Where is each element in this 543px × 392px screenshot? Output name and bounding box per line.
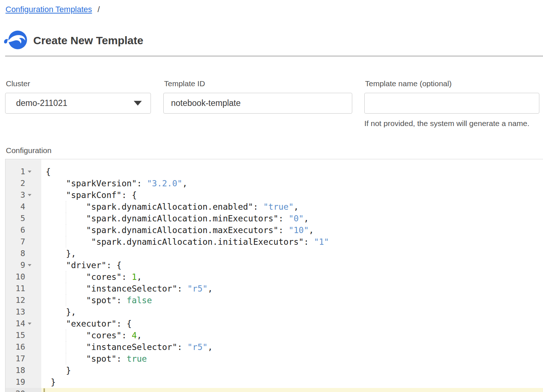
editor-line: 8 }, (5, 248, 543, 259)
editor-line: 17 "spot": true (5, 353, 543, 365)
indent-guide (66, 213, 66, 224)
editor-lines: 1{2 "sparkVersion": "3.2.0",3 "sparkConf… (5, 166, 543, 392)
editor-line: 14 "executor": { (5, 318, 543, 330)
editor-line: 20 (5, 388, 543, 392)
line-number: 18 (5, 365, 41, 376)
line-number: 15 (5, 330, 41, 341)
editor-line: 11 "instanceSelector": "r5", (5, 283, 543, 294)
code-line[interactable]: "spot": false (41, 294, 543, 306)
code-line[interactable]: "executor": { (41, 318, 543, 330)
text-cursor (43, 388, 45, 392)
fold-arrow-icon[interactable] (28, 264, 31, 266)
line-number: 7 (5, 236, 41, 248)
code-line[interactable]: "cores": 1, (41, 271, 543, 283)
template-id-input[interactable] (163, 93, 352, 114)
code-line[interactable]: "spark.dynamicAllocation.initialExecutor… (41, 236, 543, 248)
line-number: 8 (5, 248, 41, 259)
indent-guide (66, 330, 66, 341)
editor-line: 9 "driver": { (5, 259, 543, 271)
code-line[interactable]: } (41, 365, 543, 376)
cluster-field: Cluster demo-211021 (5, 79, 151, 114)
line-number: 11 (5, 283, 41, 294)
code-line[interactable]: "instanceSelector": "r5", (41, 341, 543, 353)
line-number: 1 (5, 166, 41, 178)
editor-line: 18 } (5, 365, 543, 376)
editor-line: 19 } (5, 376, 543, 388)
cluster-select-value: demo-211021 (16, 98, 67, 108)
indent-guide (66, 353, 66, 365)
line-number: 20 (5, 388, 41, 392)
code-line[interactable]: "driver": { (41, 259, 543, 271)
code-line[interactable]: "spot": true (41, 353, 543, 365)
code-line[interactable] (41, 388, 543, 392)
editor-line: 3 "sparkConf": { (5, 189, 543, 201)
indent-guide (66, 283, 66, 294)
code-line[interactable]: "spark.dynamicAllocation.maxExecutors": … (41, 224, 543, 236)
line-number: 5 (5, 213, 41, 224)
line-number: 17 (5, 353, 41, 365)
indent-guide (66, 271, 66, 283)
indent-guide (66, 236, 66, 248)
editor-line: 12 "spot": false (5, 294, 543, 306)
indent-guide (66, 341, 66, 353)
line-number: 10 (5, 271, 41, 283)
editor-line: 10 "cores": 1, (5, 271, 543, 283)
editor-line: 1{ (5, 166, 543, 178)
code-line[interactable]: "spark.dynamicAllocation.enabled": "true… (41, 201, 543, 213)
indent-guide (66, 294, 66, 306)
config-code-editor[interactable]: 1{2 "sparkVersion": "3.2.0",3 "sparkConf… (5, 159, 543, 392)
code-line[interactable]: "spark.dynamicAllocation.minExecutors": … (41, 213, 543, 224)
line-number: 14 (5, 318, 41, 330)
code-line[interactable]: "cores": 4, (41, 330, 543, 341)
code-line[interactable]: }, (41, 248, 543, 259)
page-title: Create New Template (33, 34, 143, 47)
line-number: 6 (5, 224, 41, 236)
editor-line: 4 "spark.dynamicAllocation.enabled": "tr… (5, 201, 543, 213)
header-divider (5, 56, 543, 57)
template-id-field: Template ID (163, 79, 352, 114)
code-line[interactable]: "instanceSelector": "r5", (41, 283, 543, 294)
template-name-input[interactable] (364, 93, 539, 114)
breadcrumb: Configuration Templates / (5, 5, 100, 14)
editor-line: 15 "cores": 4, (5, 330, 543, 341)
fold-arrow-icon[interactable] (28, 323, 31, 325)
line-number: 16 (5, 341, 41, 353)
chevron-down-icon[interactable] (134, 101, 142, 106)
line-number: 2 (5, 178, 41, 189)
fold-arrow-icon[interactable] (28, 194, 31, 196)
line-number: 9 (5, 259, 41, 271)
line-number: 19 (5, 376, 41, 388)
create-template-page: Configuration Templates / Create New Tem… (0, 0, 543, 392)
template-id-label: Template ID (164, 79, 352, 88)
template-name-helper: If not provided, the system will generat… (364, 119, 539, 128)
editor-line: 16 "instanceSelector": "r5", (5, 341, 543, 353)
cluster-select[interactable]: demo-211021 (5, 93, 151, 114)
page-header: Create New Template (4, 30, 143, 52)
editor-line: 6 "spark.dynamicAllocation.maxExecutors"… (5, 224, 543, 236)
code-line[interactable]: "sparkVersion": "3.2.0", (41, 178, 543, 189)
fold-arrow-icon[interactable] (28, 171, 31, 173)
template-name-field: Template name (optional) If not provided… (364, 79, 539, 128)
code-line[interactable]: "sparkConf": { (41, 189, 543, 201)
editor-line: 2 "sparkVersion": "3.2.0", (5, 178, 543, 189)
editor-line: 5 "spark.dynamicAllocation.minExecutors"… (5, 213, 543, 224)
template-name-label: Template name (optional) (365, 79, 539, 88)
code-line[interactable]: { (41, 166, 543, 178)
line-number: 12 (5, 294, 41, 306)
configuration-label: Configuration (6, 146, 52, 155)
line-number: 13 (5, 306, 41, 318)
breadcrumb-link-configuration-templates[interactable]: Configuration Templates (5, 5, 92, 14)
line-number: 3 (5, 189, 41, 201)
line-number: 4 (5, 201, 41, 213)
code-line[interactable]: } (41, 376, 543, 388)
indent-guide (66, 224, 66, 236)
editor-line: 7 "spark.dynamicAllocation.initialExecut… (5, 236, 543, 248)
code-line[interactable]: }, (41, 306, 543, 318)
ocean-wave-logo-icon (4, 30, 28, 52)
indent-guide (66, 201, 66, 213)
breadcrumb-separator: / (98, 5, 100, 14)
cluster-label: Cluster (6, 79, 151, 88)
editor-line: 13 }, (5, 306, 543, 318)
